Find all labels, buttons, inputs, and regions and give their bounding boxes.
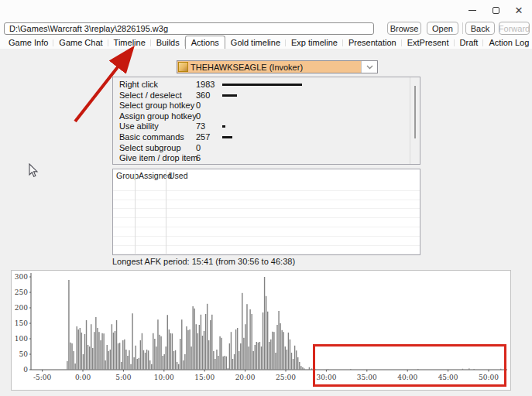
back-button[interactable]: Back	[465, 22, 495, 35]
table-row	[113, 191, 420, 200]
stat-bar	[222, 84, 302, 86]
address-bar: Browse Open Back Forward	[0, 22, 532, 37]
stat-value: 360	[196, 90, 210, 100]
table-header: GroupAssignedUsed	[113, 169, 420, 182]
table-row	[113, 200, 420, 210]
player-selector-value: THEHAWKSEAGLE (Invoker)	[190, 63, 361, 72]
column-header-group[interactable]: Group	[113, 171, 135, 180]
tab-gold-timeline[interactable]: Gold timeline	[225, 37, 286, 49]
table-row	[113, 246, 420, 255]
svg-text:0: 0	[23, 366, 28, 374]
toolbar-separator	[462, 22, 463, 34]
stat-value: 257	[196, 132, 210, 142]
action-stats-panel: Right click1983Select / deselect360Selec…	[112, 77, 420, 165]
group-hotkey-table: GroupAssignedUsed	[112, 169, 420, 255]
svg-text:300: 300	[15, 273, 28, 281]
stat-value: 0	[196, 143, 201, 152]
open-button[interactable]: Open	[427, 22, 458, 35]
stat-row: Assign group hotkey0	[113, 111, 409, 122]
tab-draft[interactable]: Draft	[455, 37, 484, 49]
stat-value: 6	[196, 153, 201, 162]
maximize-button[interactable]	[484, 0, 507, 20]
stat-value: 0	[196, 111, 201, 121]
maximize-icon	[493, 7, 499, 14]
column-header-used[interactable]: Used	[165, 171, 420, 180]
stat-row: Select subgroup0	[113, 143, 409, 154]
stat-label: Select / deselect	[119, 90, 182, 100]
afk-highlight-rect	[313, 344, 506, 387]
table-row	[113, 218, 420, 227]
stat-value: 73	[196, 121, 205, 131]
column-header-assigned[interactable]: Assigned	[135, 171, 165, 180]
chevron-down-icon	[366, 65, 373, 70]
table-row	[113, 209, 420, 218]
tab-actions[interactable]: Actions	[185, 36, 225, 49]
stat-bar	[222, 136, 232, 138]
tab-game-chat[interactable]: Game Chat	[53, 37, 108, 49]
stat-row: Right click1983	[113, 80, 409, 90]
stat-bar	[222, 125, 225, 128]
stat-label: Right click	[119, 80, 158, 89]
stat-bar	[222, 94, 237, 97]
close-button[interactable]: ✕	[507, 0, 530, 20]
tab-action-log[interactable]: Action Log	[483, 37, 532, 49]
table-row	[113, 182, 420, 191]
tab-presentation[interactable]: Presentation	[343, 37, 402, 49]
column-divider	[135, 170, 136, 254]
svg-text:100: 100	[15, 335, 28, 343]
afk-period-label: Longest AFK period: 15:41 (from 30:56 to…	[112, 257, 295, 266]
stat-value: 0	[196, 101, 201, 110]
scrollbar-thumb[interactable]	[414, 86, 416, 138]
tab-game-info[interactable]: Game Info	[3, 37, 53, 49]
forward-button: Forward	[499, 22, 530, 35]
svg-text:200: 200	[15, 304, 28, 312]
stat-value: 1983	[196, 80, 215, 89]
tab-exp-timeline[interactable]: Exp timeline	[286, 37, 343, 49]
svg-text:25:00: 25:00	[276, 374, 296, 381]
table-row	[113, 227, 420, 237]
stat-label: Use ability	[119, 121, 159, 131]
svg-text:5:00: 5:00	[115, 374, 131, 381]
dropdown-open-button[interactable]	[361, 61, 377, 73]
svg-text:250: 250	[15, 288, 28, 296]
table-row	[113, 237, 420, 246]
stat-row: Basic commands257	[113, 132, 409, 143]
mouse-cursor	[28, 163, 39, 179]
window-controls: ✕	[461, 0, 530, 20]
stat-label: Basic commands	[119, 132, 184, 142]
close-icon: ✕	[515, 5, 523, 15]
minimize-icon	[469, 10, 476, 11]
file-path-input[interactable]	[4, 22, 374, 35]
stat-row: Select group hotkey0	[113, 101, 409, 111]
stat-label: Assign group hotkey	[119, 111, 197, 121]
player-selector[interactable]: THEHAWKSEAGLE (Invoker)	[177, 60, 378, 73]
svg-text:0:00: 0:00	[75, 374, 91, 381]
browse-button[interactable]: Browse	[387, 22, 421, 35]
svg-text:150: 150	[15, 319, 28, 327]
minimize-button[interactable]	[461, 0, 484, 20]
stat-label: Select group hotkey	[119, 101, 194, 110]
scrollbar-track	[410, 77, 410, 164]
stat-row: Give item / drop item6	[113, 153, 409, 164]
stat-row: Use ability73	[113, 121, 409, 132]
svg-text:50: 50	[19, 350, 29, 358]
tab-extpresent[interactable]: ExtPresent	[402, 37, 455, 49]
svg-text:15:00: 15:00	[194, 374, 215, 381]
stat-label: Select subgroup	[119, 143, 181, 152]
tab-builds[interactable]: Builds	[151, 37, 185, 49]
svg-text:10:00: 10:00	[154, 374, 174, 381]
stat-label: Give item / drop item	[119, 153, 197, 162]
tab-bar: Game InfoGame ChatTimelineBuildsActionsG…	[0, 36, 532, 49]
tab-timeline[interactable]: Timeline	[108, 37, 151, 49]
column-divider	[166, 170, 166, 254]
stat-row: Select / deselect360	[113, 90, 409, 101]
svg-text:-5:00: -5:00	[33, 374, 52, 381]
svg-text:20:00: 20:00	[235, 374, 256, 381]
hero-portrait-icon	[178, 62, 188, 72]
title-bar: ✕	[0, 0, 532, 20]
